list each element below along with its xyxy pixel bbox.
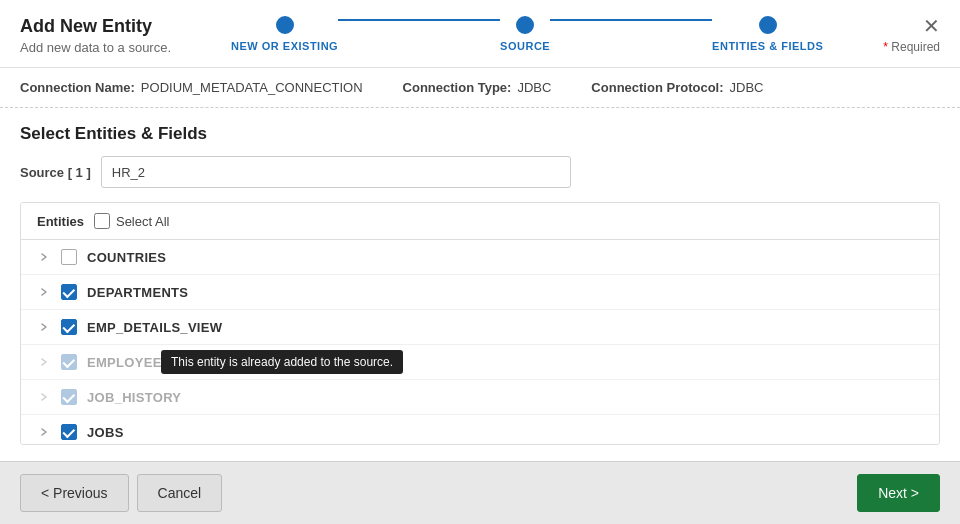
- header-right: ✕ * Required: [883, 16, 940, 54]
- entity-name: DEPARTMENTS: [87, 285, 188, 300]
- entities-list: COUNTRIES DEPARTMENTS EMP_DETAILS_: [21, 240, 939, 444]
- entity-checkbox[interactable]: [61, 389, 77, 405]
- modal-footer: < Previous Cancel Next >: [0, 461, 960, 524]
- modal-title: Add New Entity: [20, 16, 171, 37]
- step-entities-fields: ENTITIES & FIELDS: [712, 16, 823, 52]
- connection-name-label: Connection Name:: [20, 80, 135, 95]
- connection-protocol-value: JDBC: [730, 80, 764, 95]
- entity-name: EMPLOYEES: [87, 355, 171, 370]
- step-source: SOURCE: [500, 16, 550, 52]
- connection-protocol-field: Connection Protocol: JDBC: [591, 80, 763, 95]
- entities-header: Entities Select All: [21, 203, 939, 240]
- step-line-1: [338, 19, 500, 21]
- entity-checkbox[interactable]: [61, 249, 77, 265]
- step-circle-2: [516, 16, 534, 34]
- expand-arrow-icon[interactable]: [37, 285, 51, 299]
- entity-checkbox[interactable]: [61, 284, 77, 300]
- title-section: Add New Entity Add new data to a source.: [20, 16, 171, 55]
- section-title: Select Entities & Fields: [20, 124, 940, 144]
- step-new-or-existing: NEW OR EXISTING: [231, 16, 338, 52]
- previous-button[interactable]: < Previous: [20, 474, 129, 512]
- expand-arrow-icon[interactable]: [37, 355, 51, 369]
- modal-subtitle: Add new data to a source.: [20, 40, 171, 55]
- entity-checkbox[interactable]: [61, 319, 77, 335]
- connection-type-field: Connection Type: JDBC: [403, 80, 552, 95]
- connection-type-value: JDBC: [517, 80, 551, 95]
- close-button[interactable]: ✕: [923, 16, 940, 36]
- source-input[interactable]: [101, 156, 571, 188]
- entity-name: JOB_HISTORY: [87, 390, 181, 405]
- expand-arrow-icon[interactable]: [37, 250, 51, 264]
- source-label: Source [ 1 ]: [20, 165, 91, 180]
- step-line-2: [550, 19, 712, 21]
- entity-name: JOBS: [87, 425, 124, 440]
- modal-body: Select Entities & Fields Source [ 1 ] En…: [0, 108, 960, 461]
- entity-checkbox[interactable]: [61, 424, 77, 440]
- entity-row[interactable]: DEPARTMENTS: [21, 275, 939, 310]
- stepper: NEW OR EXISTING SOURCE ENTITIES & FIELDS: [171, 16, 883, 52]
- select-all-wrapper[interactable]: Select All: [94, 213, 169, 229]
- expand-arrow-icon[interactable]: [37, 425, 51, 439]
- connection-bar: Connection Name: PODIUM_METADATA_CONNECT…: [0, 68, 960, 108]
- connection-protocol-label: Connection Protocol:: [591, 80, 723, 95]
- select-all-checkbox[interactable]: [94, 213, 110, 229]
- select-all-label: Select All: [116, 214, 169, 229]
- entities-container: Entities Select All COUNTRIES: [20, 202, 940, 445]
- entity-row[interactable]: EMPLOYEES This entity is already added t…: [21, 345, 939, 380]
- required-text: * Required: [883, 40, 940, 54]
- expand-arrow-icon[interactable]: [37, 390, 51, 404]
- modal: Add New Entity Add new data to a source.…: [0, 0, 960, 524]
- footer-left: < Previous Cancel: [20, 474, 222, 512]
- entity-row[interactable]: JOBS: [21, 415, 939, 444]
- source-row: Source [ 1 ]: [20, 156, 940, 188]
- entity-name: EMP_DETAILS_VIEW: [87, 320, 222, 335]
- connection-type-label: Connection Type:: [403, 80, 512, 95]
- connection-name-value: PODIUM_METADATA_CONNECTION: [141, 80, 363, 95]
- step-label-1: NEW OR EXISTING: [231, 40, 338, 52]
- entity-checkbox[interactable]: [61, 354, 77, 370]
- modal-header: Add New Entity Add new data to a source.…: [0, 0, 960, 68]
- step-circle-3: [759, 16, 777, 34]
- next-button[interactable]: Next >: [857, 474, 940, 512]
- step-label-3: ENTITIES & FIELDS: [712, 40, 823, 52]
- cancel-button[interactable]: Cancel: [137, 474, 223, 512]
- step-circle-1: [276, 16, 294, 34]
- expand-arrow-icon[interactable]: [37, 320, 51, 334]
- entity-row[interactable]: EMP_DETAILS_VIEW: [21, 310, 939, 345]
- entity-row[interactable]: JOB_HISTORY: [21, 380, 939, 415]
- connection-name-field: Connection Name: PODIUM_METADATA_CONNECT…: [20, 80, 363, 95]
- entity-tooltip: This entity is already added to the sour…: [161, 350, 403, 374]
- step-label-2: SOURCE: [500, 40, 550, 52]
- entities-header-label: Entities: [37, 214, 84, 229]
- entity-name: COUNTRIES: [87, 250, 166, 265]
- entity-row[interactable]: COUNTRIES: [21, 240, 939, 275]
